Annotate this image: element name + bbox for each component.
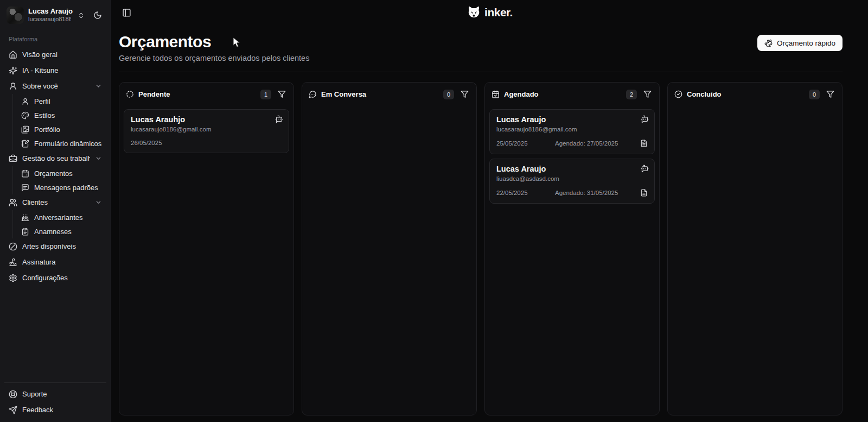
filter-icon[interactable] bbox=[458, 88, 471, 100]
file-text-icon[interactable] bbox=[640, 189, 648, 197]
subnav-sobre-voce: Perfil Estilos Portfólio Formulário dinâ… bbox=[12, 94, 106, 150]
sidebar-item-configuracoes[interactable]: Configurações bbox=[4, 270, 106, 286]
cake-icon bbox=[21, 213, 29, 222]
sidebar-item-anamneses[interactable]: Anamneses bbox=[17, 224, 106, 238]
circle-slash-icon bbox=[9, 242, 17, 251]
filter-icon[interactable] bbox=[641, 88, 654, 100]
file-text-icon[interactable] bbox=[640, 140, 648, 147]
budget-card[interactable]: Lucas Arauhjo lucasaraujo8186@gmail.com … bbox=[124, 109, 289, 153]
gear-icon bbox=[9, 274, 17, 282]
notebook-pen-icon bbox=[21, 140, 29, 148]
sidebar-item-label: Estilos bbox=[34, 111, 102, 119]
logo-text: inker. bbox=[484, 6, 513, 19]
column-title: Em Conversa bbox=[321, 90, 439, 98]
subnav-clientes: Aniversariantes Anamneses bbox=[12, 210, 106, 238]
column-pendente: Pendente 1 Lucas Arauhjo lucasaraujo8186… bbox=[119, 82, 294, 415]
column-count-badge: 1 bbox=[260, 90, 271, 99]
column-header: Pendente 1 bbox=[119, 83, 293, 105]
page-subtitle: Gerencie todos os orçamentos enviados pe… bbox=[119, 54, 309, 62]
filter-icon[interactable] bbox=[276, 88, 288, 100]
bot-message-icon[interactable] bbox=[641, 115, 649, 123]
filter-icon[interactable] bbox=[824, 88, 837, 100]
rabbit-icon bbox=[764, 39, 773, 47]
sidebar-nav: Visão geral IA - Kitsune Sobre você Perf… bbox=[4, 47, 106, 286]
calendar-icon bbox=[21, 169, 29, 178]
signature-icon bbox=[9, 258, 17, 267]
sidebar-item-label: Assinatura bbox=[22, 258, 102, 266]
sidebar-item-ia-kitsune[interactable]: IA - Kitsune bbox=[4, 62, 106, 78]
sidebar-item-assinatura[interactable]: Assinatura bbox=[4, 254, 106, 270]
chevron-down-icon bbox=[95, 83, 102, 90]
house-icon bbox=[9, 51, 17, 59]
sidebar-item-feedback[interactable]: Feedback bbox=[4, 402, 106, 418]
sidebar: Lucas Araujo lucasaraujo8186@g... Plataf… bbox=[0, 0, 111, 422]
sidebar-item-orcamentos[interactable]: Orçamentos bbox=[17, 166, 106, 180]
briefcase-icon bbox=[9, 154, 17, 163]
card-meta: 22/05/2025 Agendado: 31/05/2025 bbox=[496, 189, 648, 197]
card-client-email: lucasaraujo8186@gmail.com bbox=[496, 126, 648, 133]
page-title: Orçamentos bbox=[119, 33, 309, 51]
topbar: inker. bbox=[111, 0, 868, 25]
card-client-email: liuasdca@asdasd.com bbox=[496, 175, 648, 182]
card-client-name: Lucas Araujo bbox=[496, 115, 648, 124]
sidebar-group-label: Gestão do seu trabalho bbox=[22, 154, 90, 162]
sidebar-item-label: Suporte bbox=[22, 390, 102, 398]
sidebar-item-suporte[interactable]: Suporte bbox=[4, 386, 106, 402]
column-count-badge: 0 bbox=[809, 90, 820, 99]
quick-budget-label: Orçamento rápido bbox=[777, 39, 835, 47]
chevrons-up-down-icon[interactable] bbox=[75, 10, 87, 21]
column-agendado: Agendado 2 Lucas Araujo lucasaraujo8186@… bbox=[484, 82, 660, 415]
quick-budget-button[interactable]: Orçamento rápido bbox=[757, 35, 843, 51]
user-email: lucasaraujo8186@g... bbox=[28, 16, 71, 23]
page-header: Orçamentos Gerencie todos os orçamentos … bbox=[111, 25, 868, 62]
column-concluido: Concluído 0 bbox=[667, 82, 843, 415]
sidebar-group-gestao-trabalho[interactable]: Gestão do seu trabalho bbox=[4, 150, 106, 166]
card-date: 25/05/2025 bbox=[496, 140, 555, 147]
sidebar-group-clientes[interactable]: Clientes bbox=[4, 194, 106, 210]
sidebar-item-perfil[interactable]: Perfil bbox=[17, 94, 106, 108]
sidebar-item-portfolio[interactable]: Portfólio bbox=[17, 122, 106, 136]
user-round-icon bbox=[21, 97, 29, 105]
sidebar-item-artes-disponiveis[interactable]: Artes disponíveis bbox=[4, 238, 106, 254]
sidebar-item-label: Formulário dinâmicos bbox=[34, 140, 102, 148]
card-list bbox=[668, 105, 842, 114]
sidebar-item-aniversariantes[interactable]: Aniversariantes bbox=[17, 210, 106, 224]
bot-message-icon[interactable] bbox=[641, 165, 649, 173]
budget-card[interactable]: Lucas Araujo liuasdca@asdasd.com 22/05/2… bbox=[489, 159, 655, 204]
sidebar-item-label: Mensagens padrões bbox=[34, 184, 102, 192]
sidebar-item-visao-geral[interactable]: Visão geral bbox=[4, 47, 106, 62]
panel-left-icon bbox=[122, 8, 131, 17]
column-header: Agendado 2 bbox=[485, 83, 659, 105]
budget-card[interactable]: Lucas Araujo lucasaraujo8186@gmail.com 2… bbox=[489, 109, 655, 154]
sidebar-item-estilos[interactable]: Estilos bbox=[17, 108, 106, 122]
theme-toggle-moon-icon[interactable] bbox=[91, 9, 104, 22]
sidebar-item-label: Orçamentos bbox=[34, 169, 102, 178]
notepad-text-icon bbox=[21, 228, 29, 236]
card-date: 26/05/2025 bbox=[131, 140, 189, 146]
user-icon bbox=[9, 82, 17, 91]
sidebar-item-label: Perfil bbox=[34, 97, 102, 105]
bot-message-icon[interactable] bbox=[275, 115, 283, 123]
sidebar-item-label: Configurações bbox=[22, 274, 102, 282]
sidebar-item-formulario-dinamicos[interactable]: Formulário dinâmicos bbox=[17, 136, 106, 150]
sidebar-group-sobre-voce[interactable]: Sobre você bbox=[4, 78, 106, 94]
card-list: Lucas Araujo lucasaraujo8186@gmail.com 2… bbox=[485, 105, 659, 208]
card-scheduled-date: Agendado: 31/05/2025 bbox=[555, 190, 640, 196]
sidebar-item-mensagens-padroes[interactable]: Mensagens padrões bbox=[17, 180, 106, 194]
sidebar-group-label: Sobre você bbox=[22, 82, 90, 90]
card-scheduled-date: Agendado: 27/05/2025 bbox=[555, 140, 640, 147]
chevron-down-icon bbox=[95, 155, 102, 162]
sidebar-item-label: Anamneses bbox=[34, 228, 102, 236]
life-buoy-icon bbox=[9, 390, 17, 399]
sidebar-footer: Suporte Feedback bbox=[4, 382, 106, 418]
user-menu-button[interactable]: Lucas Araujo lucasaraujo8186@g... bbox=[4, 4, 106, 26]
card-date: 22/05/2025 bbox=[496, 190, 555, 196]
card-meta: 26/05/2025 bbox=[131, 140, 282, 146]
column-count-badge: 2 bbox=[626, 90, 637, 99]
column-title: Concluído bbox=[687, 90, 805, 98]
user-meta: Lucas Araujo lucasaraujo8186@g... bbox=[28, 7, 71, 23]
fox-logo-icon bbox=[467, 5, 481, 20]
card-client-name: Lucas Arauhjo bbox=[131, 115, 282, 124]
loader-circle-icon bbox=[126, 90, 134, 98]
sidebar-toggle-button[interactable] bbox=[120, 6, 133, 20]
